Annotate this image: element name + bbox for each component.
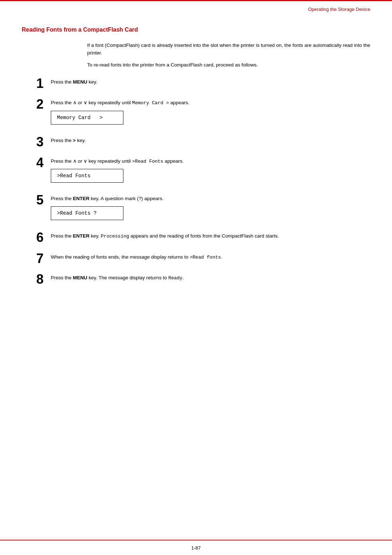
step-6-content: Press the ENTER key. Processing appears … — [51, 230, 370, 240]
step-2-code: Memory Card > — [132, 100, 169, 106]
intro-section: If a font (CompactFlash) card is already… — [87, 42, 370, 69]
section-title: Reading Fonts from a CompactFlash Card — [22, 27, 370, 33]
step-5-bold-enter: ENTER — [73, 196, 90, 201]
step-7-number: 7 — [22, 251, 51, 266]
step-2-number: 2 — [22, 97, 51, 112]
step-4-text: Press the ∧ or ∨ key repeatedly until >R… — [51, 158, 370, 165]
step-4-content: Press the ∧ or ∨ key repeatedly until >R… — [51, 155, 370, 186]
top-decorative-line — [0, 0, 392, 1]
step-8-row: 8 Press the MENU key. The message displa… — [22, 272, 370, 287]
step-2-row: 2 Press the ∧ or ∨ key repeatedly until … — [22, 97, 370, 128]
step-6-row: 6 Press the ENTER key. Processing appear… — [22, 230, 370, 245]
step-5-row: 5 Press the ENTER key. A question mark (… — [22, 193, 370, 224]
step-4-display: >Read Fonts — [51, 169, 123, 183]
bottom-decorative-line — [0, 540, 392, 540]
step-6-code: Processing — [101, 234, 129, 239]
step-2-display: Memory Card > — [51, 111, 123, 125]
step-3-text: Press the > key. — [51, 137, 370, 145]
step-6-bold-enter: ENTER — [73, 233, 90, 239]
step-1-bold-menu: MENU — [73, 79, 87, 85]
step-8-number: 8 — [22, 272, 51, 287]
step-8-code: Ready — [168, 275, 183, 281]
step-5-content: Press the ENTER key. A question mark (?)… — [51, 193, 370, 224]
page-container: Operating the Storage Device Reading Fon… — [0, 0, 392, 555]
page-number: 1-87 — [191, 545, 201, 551]
step-7-code: >Read fonts — [190, 255, 221, 260]
step-6-text: Press the ENTER key. Processing appears … — [51, 232, 370, 240]
step-1-text: Press the MENU key. — [51, 78, 370, 86]
step-7-row: 7 When the reading of fonts ends, the me… — [22, 251, 370, 266]
step-2-text: Press the ∧ or ∨ key repeatedly until Me… — [51, 99, 370, 107]
step-4-code: >Read Fonts — [132, 159, 163, 164]
step-5-number: 5 — [22, 193, 51, 207]
step-8-content: Press the MENU key. The message display … — [51, 272, 370, 282]
page-footer: 1-87 — [0, 545, 392, 551]
step-6-number: 6 — [22, 230, 51, 245]
step-3-row: 3 Press the > key. — [22, 135, 370, 149]
step-2-content: Press the ∧ or ∨ key repeatedly until Me… — [51, 97, 370, 128]
step-4-number: 4 — [22, 155, 51, 170]
step-8-bold-menu: MENU — [73, 275, 87, 280]
step-1-content: Press the MENU key. — [51, 76, 370, 86]
step-1-number: 1 — [22, 76, 51, 91]
intro-para-2: To re-read fonts into the printer from a… — [87, 61, 370, 69]
step-8-text: Press the MENU key. The message display … — [51, 274, 370, 282]
page-header: Operating the Storage Device — [0, 0, 392, 12]
step-7-content: When the reading of fonts ends, the mess… — [51, 251, 370, 261]
steps-section: 1 Press the MENU key. 2 Press the ∧ or ∨… — [22, 76, 370, 287]
step-5-display: >Read Fonts ? — [51, 206, 123, 220]
step-7-text: When the reading of fonts ends, the mess… — [51, 254, 370, 261]
step-3-content: Press the > key. — [51, 135, 370, 145]
main-content: Reading Fonts from a CompactFlash Card I… — [0, 12, 392, 315]
step-3-number: 3 — [22, 135, 51, 149]
intro-para-1: If a font (CompactFlash) card is already… — [87, 42, 370, 57]
step-1-row: 1 Press the MENU key. — [22, 76, 370, 91]
header-text: Operating the Storage Device — [308, 7, 370, 12]
step-5-text: Press the ENTER key. A question mark (?)… — [51, 195, 370, 203]
step-4-row: 4 Press the ∧ or ∨ key repeatedly until … — [22, 155, 370, 186]
step-3-bold-arrow: > — [73, 138, 76, 143]
